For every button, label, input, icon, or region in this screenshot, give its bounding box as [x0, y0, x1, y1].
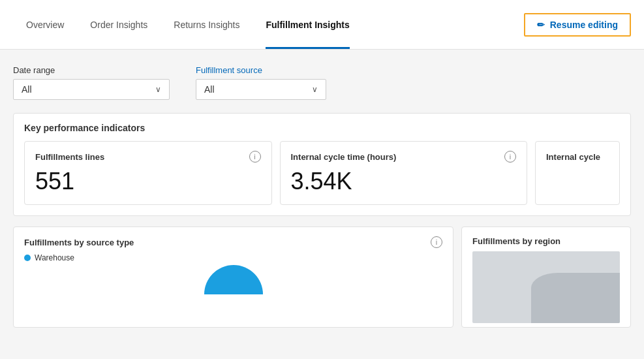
kpi-internal-cycle-time-value: 3.54K: [291, 168, 517, 195]
kpi-internal-cycle-time-title: Internal cycle time (hours): [291, 152, 397, 162]
fulfillment-source-filter: Fulfillment source All ∨: [196, 65, 326, 100]
date-range-label: Date range: [13, 65, 170, 75]
info-icon-source-type[interactable]: i: [431, 236, 442, 248]
kpi-card-internal-cycle-partial: Internal cycle: [535, 141, 620, 205]
top-navigation: Overview Order Insights Returns Insights…: [0, 0, 644, 50]
chevron-down-icon-2: ∨: [312, 85, 318, 94]
region-map: [472, 251, 620, 323]
kpi-section-title: Key performance indicators: [24, 123, 620, 133]
chart-fulfillments-by-source-type: Fulfillments by source type i Warehouse: [13, 226, 453, 328]
main-content: Date range All ∨ Fulfillment source All …: [0, 50, 644, 359]
filter-row: Date range All ∨ Fulfillment source All …: [13, 65, 631, 100]
kpi-fulfillment-lines-value: 551: [35, 168, 261, 195]
kpi-card-internal-cycle-time: Internal cycle time (hours) i 3.54K: [280, 141, 528, 205]
kpi-card-fulfillment-lines-header: Fulfillments lines i: [35, 151, 261, 163]
donut-half-shape: [204, 265, 263, 294]
chart-region-title: Fulfillments by region: [472, 236, 560, 246]
date-range-select[interactable]: All ∨: [13, 79, 170, 100]
chart-source-type-title: Fulfillments by source type: [24, 238, 134, 247]
donut-chart-source-type: [24, 265, 442, 294]
nav-tabs: Overview Order Insights Returns Insights…: [13, 0, 524, 49]
fulfillment-source-select[interactable]: All ∨: [196, 79, 326, 100]
kpi-fulfillment-lines-title: Fulfillments lines: [35, 152, 104, 162]
tab-returns-insights[interactable]: Returns Insights: [161, 0, 253, 49]
kpi-card-fulfillment-lines: Fulfillments lines i 551: [24, 141, 272, 205]
tab-order-insights[interactable]: Order Insights: [77, 0, 161, 49]
tab-fulfillment-insights[interactable]: Fulfillment Insights: [253, 0, 362, 49]
legend-warehouse: Warehouse: [24, 253, 442, 262]
chart-fulfillments-by-region: Fulfillments by region: [461, 226, 631, 328]
tab-overview[interactable]: Overview: [13, 0, 77, 49]
info-icon-fulfillment-lines[interactable]: i: [249, 151, 261, 163]
chart-source-type-header: Fulfillments by source type i: [24, 236, 442, 248]
fulfillment-source-label: Fulfillment source: [196, 65, 326, 75]
info-icon-internal-cycle-time[interactable]: i: [504, 151, 516, 163]
legend-dot-warehouse: [24, 255, 31, 261]
chart-region-header: Fulfillments by region: [472, 236, 620, 246]
pencil-icon: ✏: [537, 20, 545, 30]
resume-editing-button[interactable]: ✏ Resume editing: [524, 13, 631, 37]
bottom-charts-row: Fulfillments by source type i Warehouse …: [13, 226, 631, 328]
kpi-section: Key performance indicators Fulfillments …: [13, 113, 631, 216]
kpi-cards: Fulfillments lines i 551 Internal cycle …: [24, 141, 620, 205]
kpi-internal-cycle-partial-title: Internal cycle: [546, 152, 600, 162]
chevron-down-icon: ∨: [155, 85, 161, 94]
date-range-filter: Date range All ∨: [13, 65, 170, 100]
kpi-card-internal-cycle-time-header: Internal cycle time (hours) i: [291, 151, 517, 163]
